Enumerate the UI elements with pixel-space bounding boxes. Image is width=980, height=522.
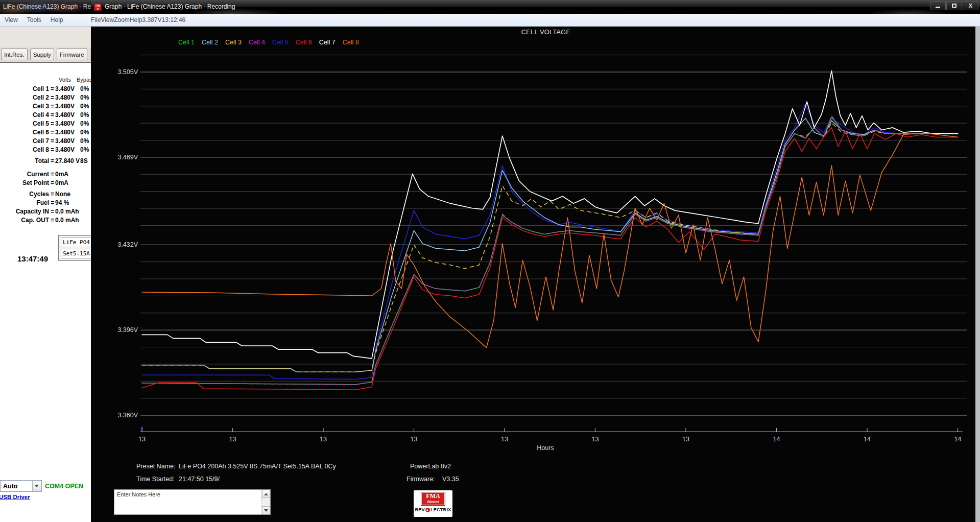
tab-supply[interactable]: Supply: [30, 49, 54, 60]
reading-row: Cell 7=3.480V0%: [0, 137, 91, 146]
menu-item-view[interactable]: View: [101, 16, 114, 23]
com-port-select[interactable]: Auto: [0, 480, 42, 492]
reading-value: 27.840 V: [55, 157, 80, 164]
reading-extra: 0%: [80, 85, 89, 92]
close-button[interactable]: X: [963, 1, 978, 10]
reading-value: 3.480V: [55, 129, 75, 136]
preset-name-value: LiFe PO4 200Ah 3.525V 8S 75mA/T Set5.15A…: [179, 463, 336, 470]
reading-value: 94 %: [55, 199, 69, 206]
menu-item-file[interactable]: File: [91, 16, 101, 23]
reading-value: None: [55, 191, 70, 198]
menu-item-tools[interactable]: Tools: [22, 14, 46, 26]
notes-input[interactable]: Enter Notes Here: [114, 490, 261, 514]
reading-row: Cell 3=3.480V0%: [0, 103, 91, 111]
notes-scrollbar[interactable]: [261, 490, 270, 514]
menu-item-zoom[interactable]: Zoom: [114, 16, 130, 23]
menu-item-help[interactable]: Help: [130, 16, 142, 23]
voltage-chart: 3.505V3.469V3.432V3.396V3.360V1313131313…: [91, 27, 975, 522]
time-started-label: Time Started:: [136, 476, 175, 483]
menu-item-view[interactable]: View: [0, 14, 22, 26]
tab-firmware[interactable]: Firmware: [57, 49, 87, 60]
x-axis-label: 13: [138, 436, 146, 443]
equals-sign: =: [51, 94, 54, 101]
reading-label: Cell 8: [0, 146, 49, 153]
reading-row: Cell 1=3.480V0%: [0, 85, 91, 94]
equals-sign: =: [51, 111, 54, 118]
trace-cell-3: [142, 123, 958, 372]
reading-extra: 0%: [80, 111, 89, 118]
reading-label: Cell 1: [0, 85, 49, 92]
status-pack-voltage: 3.387V: [142, 16, 162, 23]
y-axis-label: 3.360V: [117, 412, 138, 419]
reading-label: Set Point: [0, 179, 49, 186]
control-window-menubar: ViewToolsHelp: [0, 14, 91, 27]
reading-row: Cell 5=3.480V0%: [0, 120, 91, 129]
revolectrix-logo: REV LECTRIX: [415, 507, 451, 512]
reading-extra: 0%: [80, 120, 89, 127]
minimize-button[interactable]: [930, 1, 946, 10]
usb-driver-link[interactable]: USB Driver: [0, 494, 30, 500]
notes-box: Enter Notes Here: [114, 489, 271, 515]
maximize-button[interactable]: [946, 1, 962, 10]
up-arrow-icon: [264, 493, 268, 495]
x-axis-label: 13: [320, 436, 327, 443]
volts-column-header: Volts: [53, 77, 77, 83]
reading-value: 0mA: [55, 171, 68, 178]
reading-value: 3.480V: [55, 146, 75, 153]
equals-sign: =: [51, 157, 54, 164]
bypass-column-header: Bypass: [77, 77, 91, 83]
trace-cell-5: [142, 104, 958, 379]
x-axis-label: 13: [229, 436, 236, 443]
reading-extra: 0%: [80, 129, 89, 136]
scroll-up-button[interactable]: [262, 490, 270, 498]
x-axis-label: 14: [773, 436, 780, 443]
down-arrow-icon: [264, 509, 268, 512]
scroll-down-button[interactable]: [262, 506, 270, 514]
reading-label: Cell 3: [0, 103, 49, 110]
time-started-value: 21:47:50 15/9/: [179, 476, 220, 483]
reading-row: Cell 2=3.480V0%: [0, 94, 91, 103]
fma-app-icon: FMA: [94, 3, 102, 11]
x-axis-label: 13: [411, 436, 418, 443]
reading-label: Cell 2: [0, 94, 49, 101]
reading-label: Total: [0, 157, 49, 164]
elapsed-clock: 13:47:49: [17, 254, 48, 263]
close-icon: X: [969, 3, 972, 9]
graph-window: FMA Graph - LiFe (Chinese A123) Graph - …: [91, 0, 980, 522]
trace-cell-8: [142, 134, 958, 348]
firmware-label: Firmware:: [407, 476, 435, 483]
control-window-titlebar[interactable]: LiFe (Chinese A123) Graph - Recording: [0, 0, 91, 14]
preset-name-label: Preset Name:: [136, 463, 175, 470]
equals-sign: =: [51, 217, 54, 224]
reading-row: Capacity IN=0.0 mAh: [0, 208, 91, 217]
reading-value: 0.0 mAh: [55, 217, 79, 224]
reading-value: 3.480V: [55, 120, 75, 127]
x-axis-label: 13: [592, 436, 599, 443]
reading-label: Cell 6: [0, 129, 49, 136]
reading-label: Fuel: [0, 199, 49, 206]
equals-sign: =: [51, 208, 54, 215]
reading-extra: 8S: [80, 157, 88, 164]
preset-summary-box: LiFe PO4 Set5.15A: [58, 235, 91, 261]
preset-current: Set5.15A: [61, 249, 91, 258]
window-right-border: [975, 27, 980, 522]
reading-row: Fuel=94 %: [0, 199, 91, 208]
reading-label: Cell 5: [0, 120, 49, 127]
graph-window-menubar: FileViewZoomHelp3.387V13:12:46: [91, 14, 980, 27]
menu-item-help[interactable]: Help: [46, 14, 68, 26]
maximize-icon: [952, 4, 957, 8]
reading-label: Current: [0, 171, 49, 178]
tab-intres[interactable]: Int.Res.: [1, 49, 28, 60]
equals-sign: =: [51, 137, 54, 145]
graph-window-titlebar[interactable]: FMA Graph - LiFe (Chinese A123) Graph - …: [91, 0, 980, 14]
com-port-value: Auto: [3, 483, 17, 490]
brand-logo: FMA Direct REV LECTRIX: [414, 490, 452, 517]
y-axis-label: 3.469V: [117, 154, 138, 161]
reading-extra: 0%: [80, 137, 89, 145]
trace-cell-7: [142, 71, 958, 359]
reading-extra: 0%: [80, 94, 89, 101]
reading-value: 0.0 mAh: [55, 208, 79, 215]
chevron-down-icon[interactable]: [32, 481, 41, 491]
reading-value: 3.480V: [55, 137, 75, 145]
x-axis-label: 14: [864, 436, 871, 443]
